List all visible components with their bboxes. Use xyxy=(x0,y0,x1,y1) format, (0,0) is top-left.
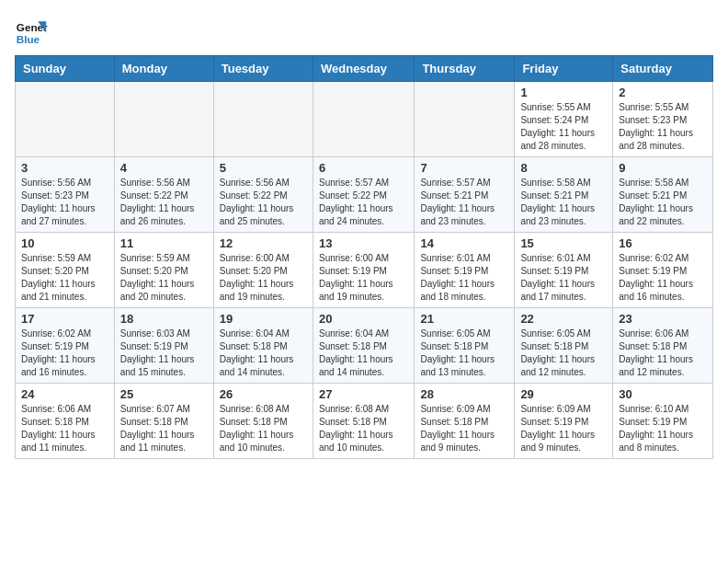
day-info: Sunrise: 6:01 AM Sunset: 5:19 PM Dayligh… xyxy=(520,252,607,304)
day-info: Sunrise: 6:10 AM Sunset: 5:19 PM Dayligh… xyxy=(619,403,707,454)
calendar-cell xyxy=(415,82,515,157)
day-info: Sunrise: 5:55 AM Sunset: 5:23 PM Dayligh… xyxy=(619,101,707,153)
calendar-cell: 4Sunrise: 5:56 AM Sunset: 5:22 PM Daylig… xyxy=(114,157,213,233)
calendar-cell: 13Sunrise: 6:00 AM Sunset: 5:19 PM Dayli… xyxy=(313,233,414,308)
day-number: 2 xyxy=(619,86,707,99)
logo-icon: General Blue xyxy=(15,15,48,48)
calendar-week-2: 3Sunrise: 5:56 AM Sunset: 5:23 PM Daylig… xyxy=(16,157,713,233)
page-header: General Blue xyxy=(15,15,713,48)
day-number: 5 xyxy=(220,161,307,175)
calendar-week-1: 1Sunrise: 5:55 AM Sunset: 5:24 PM Daylig… xyxy=(16,82,713,157)
calendar-cell: 25Sunrise: 6:07 AM Sunset: 5:18 PM Dayli… xyxy=(114,384,213,459)
calendar-cell: 27Sunrise: 6:08 AM Sunset: 5:18 PM Dayli… xyxy=(313,384,414,459)
svg-text:Blue: Blue xyxy=(17,33,40,45)
calendar-cell: 2Sunrise: 5:55 AM Sunset: 5:23 PM Daylig… xyxy=(613,82,713,157)
day-number: 3 xyxy=(21,161,108,175)
day-number: 10 xyxy=(21,236,108,250)
day-number: 19 xyxy=(220,312,307,326)
day-number: 7 xyxy=(420,161,508,175)
calendar-cell: 20Sunrise: 6:04 AM Sunset: 5:18 PM Dayli… xyxy=(313,308,414,384)
day-number: 21 xyxy=(420,312,508,326)
calendar-cell xyxy=(16,82,115,157)
calendar-cell: 12Sunrise: 6:00 AM Sunset: 5:20 PM Dayli… xyxy=(213,233,313,308)
day-number: 18 xyxy=(120,312,208,326)
day-number: 8 xyxy=(520,161,607,175)
day-number: 17 xyxy=(21,312,108,326)
calendar-cell: 16Sunrise: 6:02 AM Sunset: 5:19 PM Dayli… xyxy=(613,233,713,308)
day-number: 30 xyxy=(619,387,707,401)
calendar-cell: 5Sunrise: 5:56 AM Sunset: 5:22 PM Daylig… xyxy=(213,157,313,233)
day-number: 15 xyxy=(520,236,607,250)
calendar-cell: 6Sunrise: 5:57 AM Sunset: 5:22 PM Daylig… xyxy=(313,157,414,233)
day-number: 24 xyxy=(21,387,108,401)
day-number: 27 xyxy=(319,387,408,401)
day-number: 26 xyxy=(220,387,307,401)
calendar-cell: 18Sunrise: 6:03 AM Sunset: 5:19 PM Dayli… xyxy=(114,308,213,384)
calendar-cell: 15Sunrise: 6:01 AM Sunset: 5:19 PM Dayli… xyxy=(515,233,613,308)
calendar: SundayMondayTuesdayWednesdayThursdayFrid… xyxy=(15,55,713,459)
day-info: Sunrise: 5:57 AM Sunset: 5:22 PM Dayligh… xyxy=(319,177,408,228)
day-number: 25 xyxy=(120,387,208,401)
calendar-cell: 23Sunrise: 6:06 AM Sunset: 5:18 PM Dayli… xyxy=(613,308,713,384)
day-info: Sunrise: 5:56 AM Sunset: 5:23 PM Dayligh… xyxy=(21,177,108,228)
day-number: 12 xyxy=(220,236,307,250)
calendar-cell: 26Sunrise: 6:08 AM Sunset: 5:18 PM Dayli… xyxy=(213,384,313,459)
day-info: Sunrise: 6:08 AM Sunset: 5:18 PM Dayligh… xyxy=(220,403,307,454)
day-info: Sunrise: 5:56 AM Sunset: 5:22 PM Dayligh… xyxy=(220,177,307,228)
day-info: Sunrise: 6:08 AM Sunset: 5:18 PM Dayligh… xyxy=(319,403,408,454)
day-info: Sunrise: 5:56 AM Sunset: 5:22 PM Dayligh… xyxy=(120,177,208,228)
calendar-cell xyxy=(313,82,414,157)
day-info: Sunrise: 5:57 AM Sunset: 5:21 PM Dayligh… xyxy=(420,177,508,228)
col-header-friday: Friday xyxy=(515,56,613,82)
day-info: Sunrise: 5:59 AM Sunset: 5:20 PM Dayligh… xyxy=(21,252,108,304)
col-header-tuesday: Tuesday xyxy=(213,56,313,82)
day-info: Sunrise: 6:02 AM Sunset: 5:19 PM Dayligh… xyxy=(619,252,707,304)
calendar-week-3: 10Sunrise: 5:59 AM Sunset: 5:20 PM Dayli… xyxy=(16,233,713,308)
day-number: 6 xyxy=(319,161,408,175)
day-info: Sunrise: 6:04 AM Sunset: 5:18 PM Dayligh… xyxy=(220,327,307,379)
day-info: Sunrise: 6:00 AM Sunset: 5:20 PM Dayligh… xyxy=(220,252,307,304)
day-number: 4 xyxy=(120,161,208,175)
day-info: Sunrise: 6:05 AM Sunset: 5:18 PM Dayligh… xyxy=(420,327,508,379)
day-info: Sunrise: 6:09 AM Sunset: 5:18 PM Dayligh… xyxy=(420,403,508,454)
calendar-week-4: 17Sunrise: 6:02 AM Sunset: 5:19 PM Dayli… xyxy=(16,308,713,384)
col-header-wednesday: Wednesday xyxy=(313,56,414,82)
col-header-sunday: Sunday xyxy=(16,56,115,82)
calendar-cell: 11Sunrise: 5:59 AM Sunset: 5:20 PM Dayli… xyxy=(114,233,213,308)
day-info: Sunrise: 6:00 AM Sunset: 5:19 PM Dayligh… xyxy=(319,252,408,304)
calendar-cell: 19Sunrise: 6:04 AM Sunset: 5:18 PM Dayli… xyxy=(213,308,313,384)
day-info: Sunrise: 6:01 AM Sunset: 5:19 PM Dayligh… xyxy=(420,252,508,304)
day-info: Sunrise: 6:03 AM Sunset: 5:19 PM Dayligh… xyxy=(120,327,208,379)
day-number: 20 xyxy=(319,312,408,326)
day-number: 13 xyxy=(319,236,408,250)
day-number: 16 xyxy=(619,236,707,250)
day-info: Sunrise: 5:58 AM Sunset: 5:21 PM Dayligh… xyxy=(520,177,607,228)
calendar-cell: 30Sunrise: 6:10 AM Sunset: 5:19 PM Dayli… xyxy=(613,384,713,459)
day-number: 23 xyxy=(619,312,707,326)
calendar-header-row: SundayMondayTuesdayWednesdayThursdayFrid… xyxy=(16,56,713,82)
day-info: Sunrise: 5:55 AM Sunset: 5:24 PM Dayligh… xyxy=(520,101,607,153)
calendar-cell: 28Sunrise: 6:09 AM Sunset: 5:18 PM Dayli… xyxy=(415,384,515,459)
day-info: Sunrise: 6:06 AM Sunset: 5:18 PM Dayligh… xyxy=(21,403,108,454)
calendar-cell xyxy=(213,82,313,157)
day-number: 28 xyxy=(420,387,508,401)
day-info: Sunrise: 5:58 AM Sunset: 5:21 PM Dayligh… xyxy=(619,177,707,228)
calendar-cell: 1Sunrise: 5:55 AM Sunset: 5:24 PM Daylig… xyxy=(515,82,613,157)
calendar-cell: 3Sunrise: 5:56 AM Sunset: 5:23 PM Daylig… xyxy=(16,157,115,233)
calendar-cell: 24Sunrise: 6:06 AM Sunset: 5:18 PM Dayli… xyxy=(16,384,115,459)
day-info: Sunrise: 6:06 AM Sunset: 5:18 PM Dayligh… xyxy=(619,327,707,379)
day-info: Sunrise: 5:59 AM Sunset: 5:20 PM Dayligh… xyxy=(120,252,208,304)
day-info: Sunrise: 6:09 AM Sunset: 5:19 PM Dayligh… xyxy=(520,403,607,454)
day-number: 14 xyxy=(420,236,508,250)
day-number: 11 xyxy=(120,236,208,250)
calendar-cell: 22Sunrise: 6:05 AM Sunset: 5:18 PM Dayli… xyxy=(515,308,613,384)
calendar-cell: 14Sunrise: 6:01 AM Sunset: 5:19 PM Dayli… xyxy=(415,233,515,308)
col-header-saturday: Saturday xyxy=(613,56,713,82)
day-info: Sunrise: 6:07 AM Sunset: 5:18 PM Dayligh… xyxy=(120,403,208,454)
col-header-thursday: Thursday xyxy=(415,56,515,82)
day-info: Sunrise: 6:02 AM Sunset: 5:19 PM Dayligh… xyxy=(21,327,108,379)
calendar-cell xyxy=(114,82,213,157)
calendar-cell: 9Sunrise: 5:58 AM Sunset: 5:21 PM Daylig… xyxy=(613,157,713,233)
calendar-cell: 21Sunrise: 6:05 AM Sunset: 5:18 PM Dayli… xyxy=(415,308,515,384)
day-info: Sunrise: 6:05 AM Sunset: 5:18 PM Dayligh… xyxy=(520,327,607,379)
